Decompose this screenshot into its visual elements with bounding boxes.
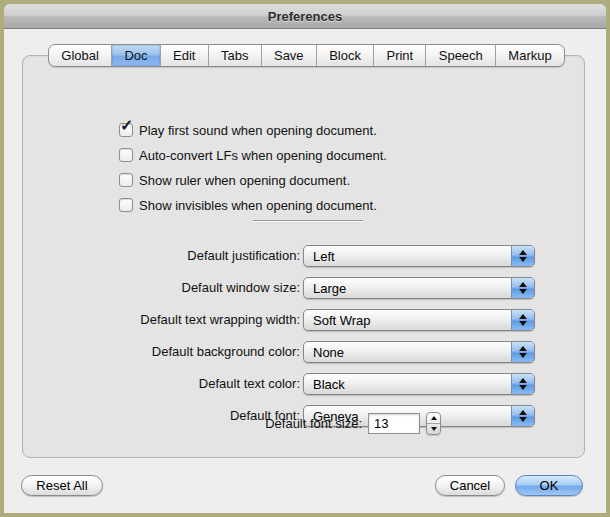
checkbox-row-auto-convert-lfs[interactable]: Auto-convert LFs when opening document. xyxy=(119,146,387,164)
preferences-window: Preferences Global Doc Edit Tabs Save Bl… xyxy=(4,4,606,513)
updown-arrows-icon xyxy=(511,406,534,426)
field-label: Default font size: xyxy=(104,416,362,431)
updown-arrows-icon xyxy=(511,342,534,362)
field-label: Default background color: xyxy=(44,344,300,359)
tab-markup[interactable]: Markup xyxy=(495,45,564,66)
checkbox-row-show-ruler[interactable]: Show ruler when opening document. xyxy=(119,171,350,189)
field-label: Default text wrapping width: xyxy=(44,312,300,327)
checkbox-row-play-first-sound[interactable]: Play first sound when opening document. xyxy=(119,121,377,139)
tab-tabs[interactable]: Tabs xyxy=(208,45,261,66)
reset-all-button[interactable]: Reset All xyxy=(21,475,103,496)
updown-arrows-icon xyxy=(511,246,534,266)
select-value: Soft Wrap xyxy=(304,313,511,328)
default-window-size-select[interactable]: Large xyxy=(303,277,535,299)
checkbox-row-show-invisibles[interactable]: Show invisibles when opening document. xyxy=(119,196,377,214)
field-label: Default window size: xyxy=(44,280,300,295)
field-label: Default text color: xyxy=(44,376,300,391)
stepper-down-arrow-icon xyxy=(431,427,437,431)
stepper-down-button[interactable] xyxy=(427,424,440,434)
checkbox-unchecked[interactable] xyxy=(119,198,133,212)
tab-doc[interactable]: Doc xyxy=(111,45,160,66)
tab-block[interactable]: Block xyxy=(316,45,373,66)
font-size-input[interactable] xyxy=(368,413,420,434)
tab-bar: Global Doc Edit Tabs Save Block Print Sp… xyxy=(48,44,565,67)
tab-edit[interactable]: Edit xyxy=(160,45,208,66)
checkbox-unchecked[interactable] xyxy=(119,148,133,162)
title-bar[interactable]: Preferences xyxy=(4,4,606,29)
checkbox-unchecked[interactable] xyxy=(119,173,133,187)
window-content: Global Doc Edit Tabs Save Block Print Sp… xyxy=(4,30,606,513)
stepper-up-arrow-icon xyxy=(431,416,437,420)
checkbox-label: Show invisibles when opening document. xyxy=(139,198,377,213)
window-title: Preferences xyxy=(268,9,342,24)
tab-print[interactable]: Print xyxy=(373,45,425,66)
default-text-wrapping-select[interactable]: Soft Wrap xyxy=(303,309,535,331)
checkbox-label: Auto-convert LFs when opening document. xyxy=(139,148,387,163)
select-value: Black xyxy=(304,377,511,392)
select-value: Left xyxy=(304,249,511,264)
select-value: None xyxy=(304,345,511,360)
updown-arrows-icon xyxy=(511,278,534,298)
updown-arrows-icon xyxy=(511,310,534,330)
section-divider xyxy=(253,220,363,221)
default-background-color-select[interactable]: None xyxy=(303,341,535,363)
updown-arrows-icon xyxy=(511,374,534,394)
tab-save[interactable]: Save xyxy=(261,45,316,66)
tab-global[interactable]: Global xyxy=(49,45,111,66)
default-justification-select[interactable]: Left xyxy=(303,245,535,267)
field-label: Default justification: xyxy=(44,248,300,263)
checkbox-label: Show ruler when opening document. xyxy=(139,173,350,188)
checkbox-checked[interactable] xyxy=(119,123,133,137)
tab-speech[interactable]: Speech xyxy=(425,45,495,66)
font-size-stepper[interactable] xyxy=(426,412,441,435)
cancel-button[interactable]: Cancel xyxy=(435,475,505,496)
checkmark-icon xyxy=(120,118,133,134)
checkbox-label: Play first sound when opening document. xyxy=(139,123,377,138)
ok-button[interactable]: OK xyxy=(515,475,583,496)
select-value: Large xyxy=(304,281,511,296)
default-text-color-select[interactable]: Black xyxy=(303,373,535,395)
stepper-up-button[interactable] xyxy=(427,413,440,424)
